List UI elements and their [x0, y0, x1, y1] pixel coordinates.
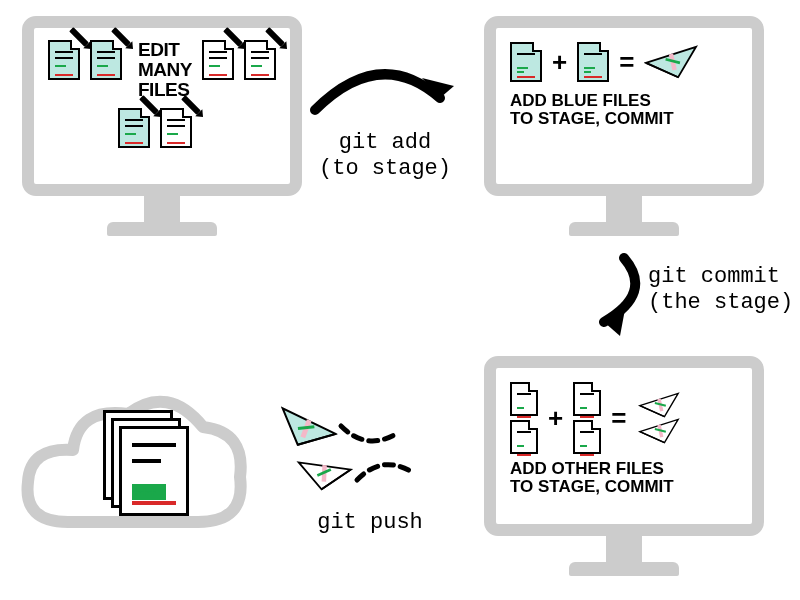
monitor-stage-blue: + = ADD BLUE FILES TO STAGE, COMMIT — [484, 16, 764, 236]
monitor-stage-blue-screen: + = ADD BLUE FILES TO STAGE, COMMIT — [484, 16, 764, 196]
git-add-cmd: git add — [300, 130, 470, 156]
edit-title-line: EDIT — [138, 40, 192, 60]
file-icon — [510, 420, 538, 454]
stage-blue-caption: TO STAGE, COMMIT — [510, 110, 738, 128]
edited-file-icon — [118, 108, 150, 148]
edited-file-icon — [160, 108, 192, 148]
monitor-stage-other: + = ADD OTHER FILES TO STAGE, COMMIT — [484, 356, 764, 576]
monitor-stage-other-screen: + = ADD OTHER FILES TO STAGE, COMMIT — [484, 356, 764, 536]
paper-plane-flying-icon — [278, 410, 338, 452]
git-add-note: (to stage) — [300, 156, 470, 182]
cloud-file-stack-icon: +++ — [103, 410, 193, 515]
equals-symbol: = — [611, 403, 626, 434]
paper-plane-icon — [644, 45, 698, 79]
file-icon — [577, 42, 609, 82]
git-commit-note: (the stage) — [648, 290, 800, 316]
git-push-cmd: git push — [290, 510, 450, 536]
plane-trail-icon — [352, 452, 422, 492]
plus-symbol: + — [548, 403, 563, 434]
monitor-edit: EDIT MANY FILES — [22, 16, 302, 236]
paper-plane-icon — [636, 392, 682, 418]
git-add-label: git add (to stage) — [300, 130, 470, 183]
file-icon — [510, 42, 542, 82]
stage-blue-caption: ADD BLUE FILES — [510, 92, 738, 110]
git-commit-label: git commit (the stage) — [648, 264, 800, 317]
edited-file-icon — [90, 40, 122, 80]
paper-plane-icon — [636, 418, 682, 444]
monitor-edit-screen: EDIT MANY FILES — [22, 16, 302, 196]
paper-plane-flying-icon — [298, 456, 354, 494]
file-icon — [573, 420, 601, 454]
edited-file-icon — [48, 40, 80, 80]
stage-other-caption: TO STAGE, COMMIT — [510, 478, 738, 496]
plus-symbol: + — [552, 47, 567, 78]
git-commit-cmd: git commit — [648, 264, 800, 290]
edited-file-icon — [202, 40, 234, 80]
cloud-remote: +++ — [18, 392, 248, 542]
arrow-git-commit — [564, 248, 654, 342]
file-icon — [510, 382, 538, 416]
git-push-label: git push — [290, 510, 450, 536]
equals-symbol: = — [619, 47, 634, 78]
stage-other-caption: ADD OTHER FILES — [510, 460, 738, 478]
plane-trail-icon — [336, 416, 406, 456]
edited-file-icon — [244, 40, 276, 80]
arrow-icon — [300, 60, 460, 130]
arrow-icon — [564, 248, 654, 338]
file-icon — [573, 382, 601, 416]
arrow-git-add — [300, 60, 460, 134]
edit-title-line: MANY — [138, 60, 192, 80]
